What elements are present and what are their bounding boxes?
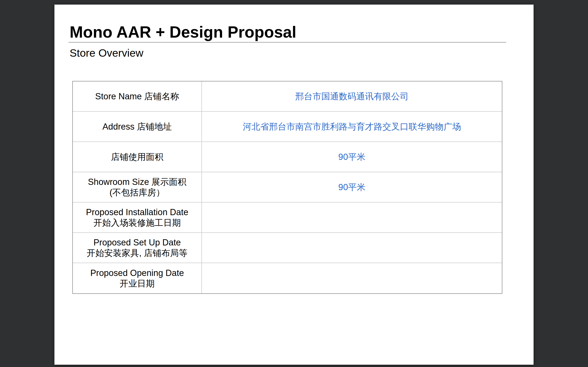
table-row: Proposed Opening Date开业日期	[73, 263, 502, 293]
row-label-cell: Proposed Opening Date开业日期	[73, 263, 202, 293]
row-value-cell	[202, 263, 502, 293]
row-value-cell: 河北省邢台市南宫市胜利路与育才路交叉口联华购物广场	[202, 112, 502, 142]
row-value-cell: 90平米	[202, 142, 502, 172]
table-row: 店铺使用面积 90平米	[73, 142, 502, 172]
document-page: Mono AAR + Design Proposal Store Overvie…	[54, 5, 534, 365]
table-row: Proposed Installation Date开始入场装修施工日期	[73, 202, 502, 233]
row-label-cell: Address 店铺地址	[73, 112, 202, 142]
table-row: Proposed Set Up Date开始安装家具, 店铺布局等	[73, 233, 502, 263]
row-label-cell: Showroom Size 展示面积(不包括库房）	[73, 172, 202, 202]
store-overview-table: Store Name 店铺名称 邢台市国通数码通讯有限公司 Address 店铺…	[72, 81, 502, 294]
table-row: Showroom Size 展示面积(不包括库房） 90平米	[73, 172, 502, 202]
row-label-cell: Proposed Set Up Date开始安装家具, 店铺布局等	[73, 233, 202, 263]
table-row: Address 店铺地址 河北省邢台市南宫市胜利路与育才路交叉口联华购物广场	[73, 112, 502, 142]
row-value-cell: 邢台市国通数码通讯有限公司	[202, 81, 502, 112]
row-value-cell	[202, 233, 502, 263]
row-label-cell: Store Name 店铺名称	[73, 81, 202, 112]
row-value-cell	[202, 202, 502, 233]
section-heading: Store Overview	[69, 47, 506, 59]
row-label-cell: 店铺使用面积	[73, 142, 202, 172]
table-body: Store Name 店铺名称 邢台市国通数码通讯有限公司 Address 店铺…	[73, 81, 502, 293]
row-label-cell: Proposed Installation Date开始入场装修施工日期	[73, 202, 202, 233]
row-value-cell: 90平米	[202, 172, 502, 202]
table-row: Store Name 店铺名称 邢台市国通数码通讯有限公司	[73, 81, 502, 112]
viewer-canvas: Mono AAR + Design Proposal Store Overvie…	[0, 0, 588, 367]
document-title: Mono AAR + Design Proposal	[69, 5, 506, 43]
